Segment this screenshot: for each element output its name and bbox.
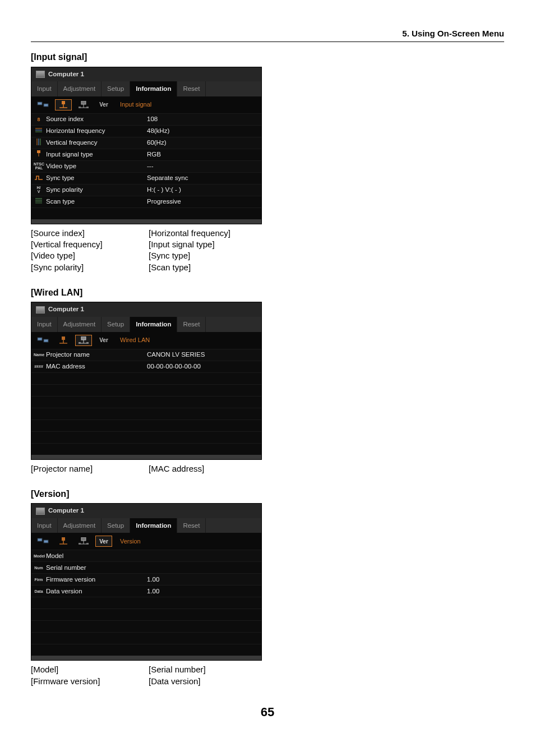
- empty-row: [31, 620, 261, 632]
- menu-footer: [31, 656, 261, 660]
- subtab-label: Version: [120, 537, 141, 546]
- info-row: ####MAC address00-00-00-00-00-00: [31, 361, 261, 372]
- tab-input[interactable]: Input: [31, 317, 58, 332]
- row-label: MAC address: [46, 362, 147, 371]
- ver-icon[interactable]: Ver: [95, 536, 112, 547]
- lan-icon[interactable]: [75, 99, 92, 110]
- row-label: Sync polarity: [46, 186, 147, 195]
- row-label: Horizontal frequency: [46, 127, 147, 136]
- caption-line: [Sync type]: [149, 250, 266, 261]
- caption-line: [Horizontal frequency]: [149, 228, 266, 239]
- lan-icon[interactable]: [75, 335, 92, 346]
- caption-column: [Projector name]: [31, 463, 149, 474]
- tab-reset[interactable]: Reset: [177, 518, 206, 533]
- empty-row: [31, 208, 261, 219]
- svg-rect-2: [62, 101, 65, 104]
- row-value: Progressive: [147, 197, 181, 206]
- svg-rect-22: [38, 338, 42, 340]
- caption-columns: [Source index][Vertical frequency][Video…: [31, 228, 504, 273]
- empty-row: [31, 644, 261, 656]
- tab-adjustment[interactable]: Adjustment: [58, 81, 102, 96]
- empty-row: [31, 609, 261, 620]
- tab-adjustment[interactable]: Adjustment: [58, 518, 102, 533]
- page-number: 65: [31, 704, 504, 721]
- svg-rect-24: [62, 336, 65, 340]
- mac-icon: ####: [34, 363, 44, 370]
- info-row: NumSerial number: [31, 561, 261, 573]
- row-label: Scan type: [46, 197, 147, 206]
- row-value: H:( - ) V:( - ): [147, 186, 181, 195]
- caption-line: [MAC address]: [149, 463, 266, 474]
- tab-bar: InputAdjustmentSetupInformationReset: [31, 518, 261, 533]
- devices-icon[interactable]: [35, 536, 52, 547]
- svg-rect-41: [86, 543, 89, 545]
- info-row: Horizontal frequency48(kHz): [31, 125, 261, 137]
- svg-rect-33: [44, 540, 48, 543]
- svg-rect-32: [38, 538, 42, 541]
- svg-rect-37: [81, 537, 86, 541]
- tab-input[interactable]: Input: [31, 81, 58, 96]
- empty-row: [31, 372, 261, 384]
- tab-bar: InputAdjustmentSetupInformationReset: [31, 81, 261, 96]
- tab-reset[interactable]: Reset: [177, 317, 206, 332]
- scan-icon: [34, 198, 44, 205]
- svg-rect-0: [38, 102, 42, 105]
- caption-line: [Source index]: [31, 228, 149, 239]
- svg-rect-31: [86, 342, 89, 344]
- menu-title: Computer 1: [31, 302, 261, 317]
- info-row: Sync typeSeparate sync: [31, 172, 261, 184]
- ver-icon[interactable]: Ver: [95, 335, 112, 346]
- tab-information[interactable]: Information: [130, 317, 177, 332]
- devices-icon[interactable]: [35, 335, 52, 346]
- row-label: Projector name: [46, 351, 147, 359]
- info-row: Input signal typeRGB: [31, 149, 261, 160]
- menu-footer: [31, 219, 261, 224]
- row-value: ---: [147, 162, 154, 171]
- tab-input[interactable]: Input: [31, 518, 58, 533]
- signal-icon[interactable]: [55, 99, 72, 110]
- row-value: Separate sync: [147, 174, 188, 183]
- caption-line: [Data version]: [149, 676, 266, 687]
- row-label: Input signal type: [46, 150, 147, 159]
- tab-adjustment[interactable]: Adjustment: [58, 317, 102, 332]
- firm-icon: Firm: [34, 576, 44, 583]
- num-icon: Num: [34, 564, 44, 571]
- svg-rect-8: [79, 107, 81, 108]
- section-title: [Version]: [31, 488, 504, 500]
- caption-line: [Vertical frequency]: [31, 239, 149, 250]
- info-row: FirmFirmware version1.00: [31, 573, 261, 585]
- info-row: 8Source index108: [31, 113, 261, 125]
- caption-column: [Horizontal frequency][Input signal type…: [149, 228, 266, 273]
- devices-icon[interactable]: [35, 99, 52, 110]
- tab-setup[interactable]: Setup: [102, 317, 130, 332]
- 8: 8: [34, 116, 44, 123]
- caption-line: [Projector name]: [31, 463, 149, 474]
- sync-icon: [34, 175, 44, 182]
- caption-line: [Serial number]: [149, 664, 266, 675]
- info-row: H/ VSync polarityH:( - ) V:( - ): [31, 184, 261, 196]
- row-label: Source index: [46, 115, 147, 124]
- empty-row: [31, 632, 261, 644]
- v-icon: [34, 139, 44, 147]
- subtab-row: VerWired LAN: [31, 332, 261, 349]
- lan-icon[interactable]: [75, 536, 92, 547]
- subtab-label: Wired LAN: [120, 336, 150, 344]
- sig-icon: [34, 150, 44, 159]
- caption-column: [MAC address]: [149, 463, 266, 474]
- row-label: Vertical frequency: [46, 139, 147, 147]
- tab-information[interactable]: Information: [130, 518, 177, 533]
- ver-icon[interactable]: Ver: [95, 99, 112, 110]
- tab-setup[interactable]: Setup: [102, 518, 130, 533]
- row-value: CANON LV SERIES: [147, 351, 205, 359]
- signal-icon[interactable]: [55, 536, 72, 547]
- tab-information[interactable]: Information: [130, 81, 177, 96]
- svg-rect-5: [81, 101, 86, 104]
- signal-icon[interactable]: [55, 335, 72, 346]
- svg-rect-40: [79, 543, 81, 545]
- caption-line: [Video type]: [31, 250, 149, 261]
- tab-reset[interactable]: Reset: [177, 81, 206, 96]
- caption-columns: [Model][Firmware version][Serial number]…: [31, 664, 504, 687]
- osd-menu: Computer 1InputAdjustmentSetupInformatio…: [31, 302, 262, 459]
- svg-rect-30: [79, 342, 81, 344]
- tab-setup[interactable]: Setup: [102, 81, 130, 96]
